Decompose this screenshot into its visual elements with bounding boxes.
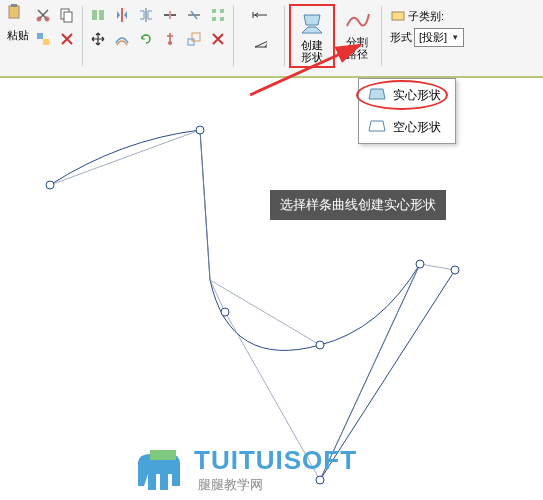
form-value: [投影]	[419, 30, 447, 45]
subcategory-label: 子类别:	[408, 9, 444, 24]
array-button[interactable]	[207, 4, 229, 26]
solid-form-item[interactable]: 实心形状	[359, 79, 455, 111]
form-combobox[interactable]: [投影] ▼	[414, 28, 464, 47]
trim-button[interactable]	[183, 4, 205, 26]
svg-point-22	[316, 341, 324, 349]
split-icon	[162, 7, 178, 23]
ribbon-separator	[284, 6, 285, 66]
brand-text: TUITUISOFT	[194, 445, 357, 476]
create-shape-highlighted: 创建 形状	[289, 4, 335, 68]
tooltip-text: 选择样条曲线创建实心形状	[280, 197, 436, 212]
copy-icon	[59, 7, 75, 23]
split-path-icon	[343, 6, 371, 34]
void-form-item[interactable]: 空心形状	[359, 111, 455, 143]
aligned-dim-icon	[251, 7, 267, 23]
void-shape-icon	[367, 117, 387, 137]
solid-form-label: 实心形状	[393, 87, 441, 104]
mirror-axis-button[interactable]	[111, 4, 133, 26]
create-shape-label: 创建 形状	[301, 39, 323, 63]
svg-rect-5	[43, 39, 49, 45]
create-shape-button[interactable]: 创建 形状	[292, 7, 332, 65]
paste-button[interactable]: 粘贴	[6, 4, 30, 43]
paste-label: 粘贴	[7, 28, 29, 43]
move-button[interactable]	[87, 28, 109, 50]
offset-button[interactable]	[111, 28, 133, 50]
unpin-button[interactable]	[207, 28, 229, 50]
delete-icon	[59, 31, 75, 47]
measure-group	[238, 4, 280, 52]
svg-rect-9	[99, 10, 104, 20]
solid-shape-icon	[367, 85, 387, 105]
svg-point-19	[46, 181, 54, 189]
clipboard-group: 粘贴	[6, 4, 78, 50]
cut-button[interactable]	[32, 4, 54, 26]
ribbon-separator	[82, 6, 83, 66]
svg-rect-26	[150, 450, 176, 460]
unpin-icon	[210, 31, 226, 47]
chevron-down-icon: ▼	[451, 33, 459, 42]
angular-dim-button[interactable]	[242, 30, 276, 52]
svg-rect-8	[92, 10, 97, 20]
svg-point-21	[221, 308, 229, 316]
match-button[interactable]	[32, 28, 54, 50]
svg-rect-15	[188, 39, 194, 45]
svg-point-24	[451, 266, 459, 274]
delete-button[interactable]	[56, 28, 78, 50]
subcategory-icon	[390, 8, 406, 24]
svg-point-14	[168, 41, 172, 45]
create-shape-dropdown: 实心形状 空心形状	[358, 78, 456, 144]
angular-dim-icon	[251, 33, 267, 49]
array-icon	[210, 7, 226, 23]
trim-icon	[186, 7, 202, 23]
ribbon-separator	[381, 6, 382, 66]
match-icon	[35, 31, 51, 47]
svg-rect-11	[220, 9, 224, 13]
svg-point-20	[196, 126, 204, 134]
svg-rect-1	[11, 4, 17, 7]
mirror-axis-icon	[114, 7, 130, 23]
split-path-button[interactable]: 分割 路径	[337, 4, 377, 62]
watermark: TUITUISOFT 腿腿教学网	[130, 445, 357, 494]
svg-rect-17	[392, 12, 404, 20]
copy-button[interactable]	[56, 4, 78, 26]
offset-icon	[114, 31, 130, 47]
scale-button[interactable]	[183, 28, 205, 50]
rotate-icon	[138, 31, 154, 47]
mirror-draw-button[interactable]	[135, 4, 157, 26]
svg-rect-4	[37, 33, 43, 39]
move-icon	[90, 31, 106, 47]
rotate-button[interactable]	[135, 28, 157, 50]
pin-button[interactable]	[159, 28, 181, 50]
svg-rect-0	[9, 6, 19, 18]
create-shape-icon	[298, 9, 326, 37]
svg-point-23	[416, 260, 424, 268]
mirror-draw-icon	[138, 7, 154, 23]
pin-icon	[162, 31, 178, 47]
ribbon-toolbar: 粘贴 创建 形状	[0, 0, 543, 78]
align-button[interactable]	[87, 4, 109, 26]
scale-icon	[186, 31, 202, 47]
ribbon-separator	[233, 6, 234, 66]
instruction-tooltip: 选择样条曲线创建实心形状	[270, 190, 446, 220]
svg-rect-7	[64, 12, 72, 22]
paste-icon	[6, 4, 30, 28]
svg-rect-10	[212, 9, 216, 13]
void-form-label: 空心形状	[393, 119, 441, 136]
aligned-dim-button[interactable]	[242, 4, 276, 26]
split-path-label: 分割 路径	[346, 36, 368, 60]
subcategory-group: 子类别: 形式 [投影] ▼	[386, 4, 468, 47]
elephant-logo-icon	[130, 446, 186, 494]
drawing-canvas[interactable]	[0, 80, 543, 500]
brand-subtext: 腿腿教学网	[198, 476, 357, 494]
align-icon	[90, 7, 106, 23]
form-label: 形式	[390, 30, 412, 45]
modify-group	[87, 4, 157, 50]
svg-rect-12	[212, 17, 216, 21]
svg-rect-13	[220, 17, 224, 21]
cut-icon	[35, 7, 51, 23]
modify-group-2	[159, 4, 229, 50]
split-element-button[interactable]	[159, 4, 181, 26]
svg-rect-16	[192, 33, 200, 41]
